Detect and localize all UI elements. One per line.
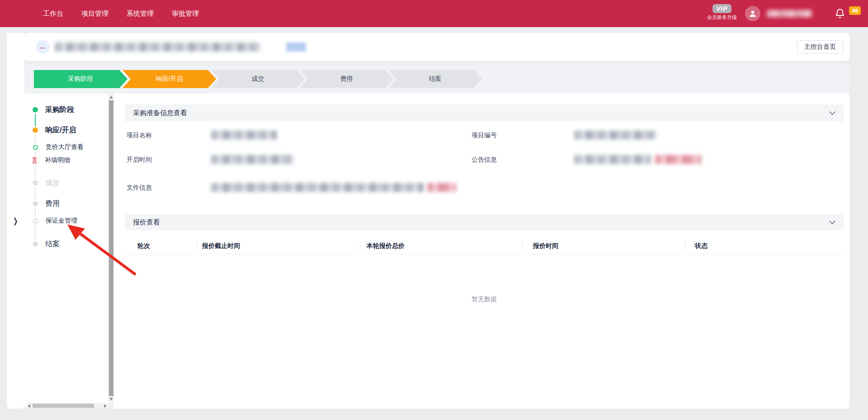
scroll-down-arrow-icon[interactable]	[109, 398, 113, 401]
step-deal[interactable]: 成交	[211, 70, 305, 88]
substep-ring-icon	[33, 219, 38, 224]
redacted-status-badge	[286, 42, 306, 51]
substep-ring-icon	[33, 145, 38, 150]
field-label-open-time: 开启时间	[127, 156, 152, 164]
redacted-project-number-value	[574, 131, 656, 140]
sidebar-item-response-open[interactable]: 响应/开启	[24, 125, 76, 135]
stage-pending-dot-icon	[33, 180, 38, 186]
scroll-up-arrow-icon[interactable]	[109, 96, 113, 98]
redacted-announcement-value	[574, 155, 651, 164]
sidebar-item-fill-details[interactable]: 补填明细	[24, 155, 70, 166]
main-card: 采购阶段 响应/开启 成交 费用 结案 采购阶段 响应/开启 竞价大厅查看	[24, 65, 849, 409]
column-divider	[197, 241, 197, 251]
body-row: 采购阶段 响应/开启 竞价大厅查看 补填明细 成交	[24, 93, 849, 409]
scroll-left-arrow-icon[interactable]	[28, 404, 30, 408]
redacted-open-time-value	[211, 155, 293, 164]
console-home-button[interactable]: 主控台首页	[797, 40, 843, 54]
vip-icon: VIP	[712, 4, 731, 13]
col-quote-time: 报价时间	[533, 238, 558, 254]
sidebar-item-deal[interactable]: 成交	[24, 177, 60, 188]
nav-menu: 工作台 项目管理 系统管理 审批管理	[43, 0, 199, 27]
vip-upgrade-label: 会员服务升级	[704, 15, 740, 20]
quote-table-header: 轮次 报价截止时间 本轮报价总价 报价时间 状态	[125, 238, 844, 254]
section-quote-view[interactable]: 报价查看	[125, 214, 844, 230]
chevron-down-icon[interactable]	[829, 220, 835, 224]
col-round-total: 本轮报价总价	[367, 238, 405, 254]
scroll-right-arrow-icon[interactable]	[104, 404, 107, 408]
step-closing[interactable]: 结案	[388, 70, 482, 88]
col-round: 轮次	[137, 238, 150, 254]
vip-upgrade[interactable]: VIP 会员服务升级	[704, 4, 740, 20]
redacted-username	[767, 10, 812, 17]
field-label-file-info: 文件信息	[127, 184, 152, 192]
sidebar-item-deposit-management[interactable]: 保证金管理	[24, 215, 77, 226]
col-status: 状态	[695, 238, 708, 254]
redacted-announcement-link[interactable]	[655, 155, 701, 164]
redacted-file-download-link[interactable]	[427, 183, 456, 192]
arrow-left-icon: ←	[39, 43, 47, 51]
column-divider	[360, 241, 360, 251]
field-label-project-name: 项目名称	[127, 131, 152, 140]
user-avatar[interactable]	[745, 6, 760, 21]
top-navbar: 工作台 项目管理 系统管理 审批管理 VIP 会员服务升级 46	[0, 0, 868, 27]
field-label-announcement: 公告信息	[472, 156, 497, 164]
stage-pending-dot-icon	[33, 241, 38, 247]
redacted-project-title	[55, 42, 260, 51]
col-quote-deadline: 报价截止时间	[202, 238, 240, 254]
stage-pending-dot-icon	[33, 201, 38, 206]
collapsed-side-rail: ❯	[7, 33, 24, 409]
sidebar-item-closing[interactable]: 结案	[24, 238, 60, 249]
step-procurement-stage[interactable]: 采购阶段	[34, 70, 127, 88]
horizontal-scrollbar[interactable]	[26, 403, 108, 409]
hourglass-icon	[32, 157, 37, 163]
sidebar-item-bidding-hall-view[interactable]: 竞价大厅查看	[24, 142, 84, 153]
redacted-project-name-value	[211, 131, 277, 140]
redacted-file-info-value	[211, 183, 424, 192]
section-title: 报价查看	[133, 218, 160, 227]
back-button[interactable]: ←	[36, 40, 50, 54]
field-label-project-number: 项目编号	[472, 131, 497, 140]
horizontal-scrollbar-thumb[interactable]	[33, 404, 94, 408]
empty-data-text: 暂无数据	[125, 295, 844, 303]
scrollbar-corner	[108, 403, 114, 409]
nav-item-system-management[interactable]: 系统管理	[127, 9, 154, 18]
sidebar-item-procurement-stage[interactable]: 采购阶段	[24, 104, 74, 115]
chevron-down-icon[interactable]	[829, 111, 835, 115]
person-icon	[748, 9, 757, 18]
sidebar-item-fees[interactable]: 费用	[24, 198, 60, 209]
stage-timeline-sidebar: 采购阶段 响应/开启 竞价大厅查看 补填明细 成交	[24, 93, 114, 409]
step-fees[interactable]: 费用	[300, 70, 393, 88]
process-steps-bar: 采购阶段 响应/开启 成交 费用 结案	[24, 65, 849, 93]
notification-bell-icon[interactable]	[835, 7, 845, 19]
vertical-scrollbar[interactable]	[108, 93, 114, 403]
nav-item-project-management[interactable]: 项目管理	[81, 9, 108, 18]
notification-count-badge[interactable]: 46	[849, 6, 861, 15]
section-procurement-prep-info[interactable]: 采购准备信息查看	[125, 104, 844, 121]
column-divider	[685, 241, 685, 251]
expand-sidebar-chevron-icon[interactable]: ❯	[13, 216, 18, 225]
stage-active-dot-icon	[33, 127, 38, 133]
section-title: 采购准备信息查看	[133, 109, 187, 117]
vertical-scrollbar-thumb[interactable]	[109, 100, 113, 396]
main-content: 采购准备信息查看 项目名称 项目编号 开启时间 公告信息 文件信息 报价查看 轮…	[125, 93, 844, 409]
nav-item-approval-management[interactable]: 审批管理	[172, 9, 199, 18]
nav-item-workbench[interactable]: 工作台	[43, 9, 63, 18]
step-response-open[interactable]: 响应/开启	[123, 70, 216, 88]
column-divider	[522, 241, 523, 251]
stage-done-dot-icon	[33, 107, 38, 112]
page-header-card: ← 主控台首页	[24, 33, 849, 61]
